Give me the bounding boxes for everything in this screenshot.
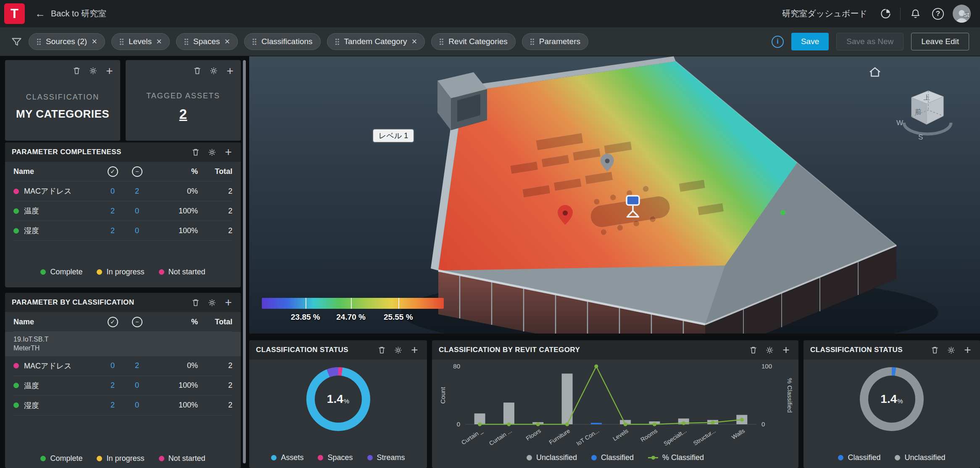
column-percent: % (149, 167, 198, 176)
status-dot (13, 363, 19, 368)
trash-icon (377, 346, 386, 355)
notifications-button[interactable] (907, 6, 923, 22)
widget-settings-button[interactable] (206, 147, 218, 158)
drag-handle-icon[interactable] (119, 38, 124, 45)
leave-edit-button[interactable]: Leave Edit (911, 33, 969, 50)
add-widget-button[interactable]: + (224, 65, 236, 76)
filter-chip-levels[interactable]: Levels × (111, 33, 170, 50)
widget-settings-button[interactable] (764, 344, 775, 356)
filter-bar-actions: i Save Save as New Leave Edit (772, 33, 969, 50)
back-button[interactable]: ← Back to 研究室 (35, 8, 106, 19)
percent-value: 100% (149, 226, 198, 235)
parameter-row: 温度 2 0 100% 2 (13, 376, 232, 396)
gear-icon (208, 148, 216, 157)
info-icon[interactable]: i (772, 36, 784, 48)
drag-handle-icon[interactable] (439, 38, 444, 45)
legend-item-spaces[interactable]: Spaces (318, 453, 353, 462)
widget-settings-button[interactable] (393, 344, 404, 356)
add-widget-button[interactable]: + (780, 344, 792, 356)
3d-viewer[interactable]: レベル 1 W S 上 前 23.85 % 24.70 % 25.55 (249, 56, 980, 334)
home-view-button[interactable] (866, 64, 884, 82)
complete-count-link[interactable]: 2 (100, 207, 125, 216)
delete-widget-button[interactable] (376, 344, 387, 356)
svg-text:Levels: Levels (611, 427, 630, 442)
widget-settings-button[interactable] (87, 65, 99, 76)
legend-dot (527, 455, 532, 460)
add-widget-button[interactable]: + (104, 65, 115, 76)
svg-text:Curtain _: Curtain _ (460, 427, 484, 446)
complete-count-link[interactable]: 0 (100, 361, 125, 370)
drag-handle-icon[interactable] (37, 38, 41, 45)
legend-dot (838, 455, 843, 460)
help-button[interactable]: ? (930, 6, 946, 22)
add-widget-button[interactable]: + (223, 147, 234, 158)
widget-actions: + (929, 344, 973, 356)
filter-chip-tandem-category[interactable]: Tandem Category × (327, 33, 425, 50)
missing-count-link[interactable]: 0 (125, 381, 149, 390)
tagged-assets-count-link[interactable]: 2 (179, 106, 187, 122)
missing-count-link[interactable]: 2 (125, 361, 149, 370)
filter-chip-parameters[interactable]: Parameters (522, 33, 588, 50)
delete-widget-button[interactable] (748, 344, 759, 356)
drag-handle-icon[interactable] (335, 38, 340, 45)
user-avatar[interactable]: st (953, 5, 971, 23)
legend-item-streams[interactable]: Streams (367, 453, 405, 462)
legend-item-classified[interactable]: Classified (591, 453, 634, 462)
close-icon[interactable]: × (92, 37, 97, 46)
question-icon: ? (932, 8, 944, 20)
revit-category-chart[interactable]: 8001000Count% ClassifiedCurtain _Curtain… (437, 360, 793, 450)
parameter-completeness-panel: PARAMETER COMPLETENESS + Name ✓ − % Tota… (5, 142, 241, 287)
legend-item-unclassified[interactable]: Unclassified (895, 453, 945, 462)
chip-label: Tandem Category (344, 37, 407, 46)
delete-widget-button[interactable] (929, 344, 940, 356)
close-icon[interactable]: × (156, 37, 162, 46)
save-as-new-button[interactable]: Save as New (836, 33, 904, 50)
left-column-scrollbar[interactable] (243, 60, 246, 463)
legend-item-unclassified[interactable]: Unclassified (527, 453, 577, 462)
add-widget-button[interactable]: + (409, 344, 420, 356)
drag-handle-icon[interactable] (252, 38, 257, 45)
missing-count-link[interactable]: 0 (125, 226, 149, 235)
filter-chip-classifications[interactable]: Classifications (244, 33, 320, 50)
missing-count-link[interactable]: 0 (125, 207, 149, 216)
save-button[interactable]: Save (791, 33, 829, 50)
classification-status-donut[interactable]: 1.4 % (306, 367, 370, 431)
add-widget-button[interactable]: + (223, 297, 234, 308)
drag-handle-icon[interactable] (184, 38, 189, 45)
svg-text:80: 80 (453, 363, 460, 370)
dashboard-pie-button[interactable] (877, 6, 893, 22)
missing-count-link[interactable]: 0 (125, 401, 149, 410)
legend-item-percent-classified[interactable]: % Classified (648, 453, 704, 462)
classification-status-donut[interactable]: 1.4 % (860, 367, 924, 431)
drag-handle-icon[interactable] (530, 38, 535, 45)
delete-widget-button[interactable] (192, 65, 203, 76)
widget-settings-button[interactable] (946, 344, 957, 356)
complete-count-link[interactable]: 2 (100, 381, 125, 390)
chart-legend: Unclassified Classified % Classified (432, 453, 798, 462)
legend-item: Complete (40, 268, 82, 276)
delete-widget-button[interactable] (71, 65, 82, 76)
widget-settings-button[interactable] (208, 65, 219, 76)
delete-widget-button[interactable] (190, 297, 201, 308)
add-widget-button[interactable]: + (962, 344, 973, 356)
complete-count-link[interactable]: 0 (100, 187, 125, 196)
panel-title: CLASSIFICATION STATUS (256, 346, 348, 354)
missing-count-link[interactable]: 2 (125, 187, 149, 196)
table-header-row: Name ✓ − % Total (13, 162, 232, 181)
delete-widget-button[interactable] (190, 147, 201, 158)
view-cube[interactable]: W S 上 前 (891, 74, 963, 145)
legend-item-assets[interactable]: Assets (271, 453, 303, 462)
widget-settings-button[interactable] (206, 297, 218, 308)
close-icon[interactable]: × (411, 37, 417, 46)
filter-chip-sources[interactable]: Sources (2) × (29, 33, 105, 50)
tandem-logo[interactable]: T (4, 3, 25, 24)
complete-count-link[interactable]: 2 (100, 401, 125, 410)
complete-count-link[interactable]: 2 (100, 226, 125, 235)
pie-chart-icon (880, 8, 891, 19)
filter-chip-spaces[interactable]: Spaces × (176, 33, 238, 50)
filter-chip-revit-categories[interactable]: Revit Categories (431, 33, 515, 50)
close-icon[interactable]: × (224, 37, 230, 46)
legend-item-classified[interactable]: Classified (838, 453, 880, 462)
legend-dot (97, 456, 102, 461)
column-percent: % (149, 318, 198, 326)
